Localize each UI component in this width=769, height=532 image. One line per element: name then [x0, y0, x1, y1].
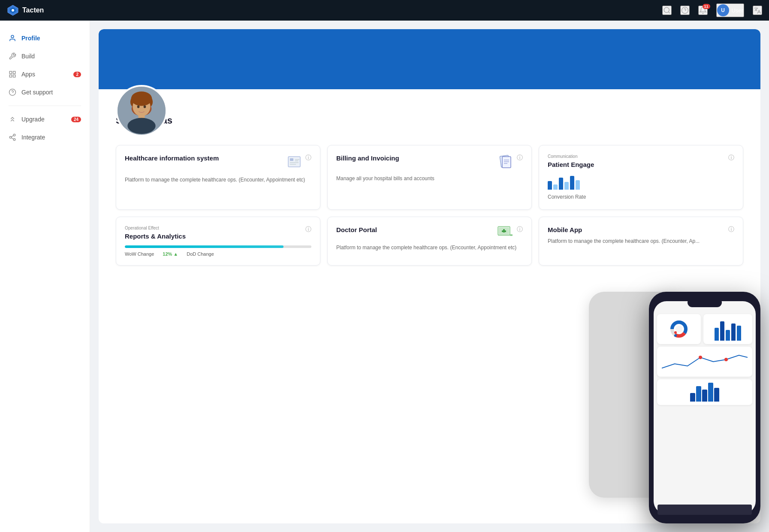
- svg-rect-10: [13, 75, 15, 77]
- build-icon: [9, 52, 16, 60]
- reports-category: Operational Effect: [125, 226, 186, 230]
- upgrade-icon: [9, 115, 16, 123]
- patient-engage-title-wrap: Communication Patient Engage: [548, 154, 594, 169]
- svg-rect-8: [9, 71, 12, 73]
- healthcare-title-wrap: Healthcare information system: [125, 154, 219, 163]
- svg-rect-11: [9, 75, 12, 77]
- sidebar-item-apps[interactable]: Apps 2: [0, 65, 90, 83]
- mobile-app-title: Mobile App: [548, 226, 582, 234]
- patient-engage-info-icon[interactable]: ⓘ: [728, 154, 734, 162]
- logo-icon: [7, 4, 19, 16]
- sidebar-label-support: Get support: [21, 89, 53, 96]
- billing-info-icon[interactable]: ⓘ: [517, 154, 523, 162]
- app-card-healthcare[interactable]: Healthcare information system: [116, 145, 320, 210]
- billing-title: Billing and Invoicing: [336, 154, 399, 163]
- svg-rect-28: [288, 157, 300, 167]
- patient-engage-chart: [548, 172, 734, 190]
- billing-desc: Manage all your hospital bills and accou…: [336, 175, 523, 182]
- mobile-app-header: Mobile App ⓘ: [548, 226, 734, 234]
- profile-section: Sara thomas: [99, 115, 760, 135]
- sidebar-item-integrate[interactable]: Integrate: [0, 128, 90, 146]
- svg-point-14: [13, 134, 15, 136]
- white-panel: Sara thomas Healthcare information syste…: [99, 29, 760, 523]
- wow-change-value: 12% ▲: [163, 251, 178, 257]
- svg-rect-44: [502, 230, 506, 232]
- doctor-portal-info-icon[interactable]: ⓘ: [517, 226, 523, 233]
- user-label: User: [732, 7, 743, 14]
- apps-badge: 2: [73, 72, 81, 77]
- mobile-app-title-wrap: Mobile App: [548, 226, 582, 234]
- reports-progress-fill: [125, 245, 283, 248]
- billing-title-wrap: Billing and Invoicing: [336, 154, 399, 163]
- svg-rect-9: [13, 71, 15, 73]
- healthcare-info-icon[interactable]: ⓘ: [305, 154, 311, 162]
- search-button[interactable]: [662, 6, 672, 15]
- sidebar: Profile Build Apps 2 Get support: [0, 21, 90, 532]
- bar-2: [553, 184, 558, 190]
- svg-point-25: [127, 118, 155, 134]
- apps-grid: Healthcare information system: [99, 135, 760, 276]
- doctor-portal-desc: Platform to manage the complete healthca…: [336, 244, 523, 251]
- doctor-portal-icon: [497, 226, 513, 240]
- patient-engage-title: Patient Engage: [548, 160, 594, 169]
- doctor-portal-title-wrap: Doctor Portal: [336, 226, 377, 234]
- patient-engage-conversion: Conversion Rate: [548, 193, 734, 201]
- billing-icon: [498, 154, 513, 171]
- avatar: [116, 85, 167, 136]
- avatar-image: [118, 85, 166, 136]
- svg-point-26: [137, 105, 140, 108]
- notification-button[interactable]: 11: [698, 6, 708, 15]
- billing-header: Billing and Invoicing: [336, 154, 523, 171]
- reports-title: Reports & Analytics: [125, 232, 186, 241]
- profile-banner: [99, 29, 760, 89]
- bar-4: [564, 182, 569, 190]
- wow-change-label: WoW Change: [125, 251, 154, 257]
- sidebar-divider: [9, 106, 81, 106]
- nav-icons: 11 U User: [662, 3, 762, 17]
- svg-point-16: [13, 139, 15, 141]
- mobile-app-info-icon[interactable]: ⓘ: [728, 226, 734, 233]
- bar-6: [576, 180, 580, 190]
- help-button[interactable]: [680, 6, 690, 15]
- svg-point-7: [11, 35, 14, 38]
- user-avatar-small: U: [717, 4, 729, 16]
- upgrade-badge: 24: [71, 117, 81, 122]
- content-area: Sara thomas Healthcare information syste…: [90, 21, 769, 532]
- profile-name: Sara thomas: [116, 115, 743, 126]
- svg-rect-35: [502, 157, 511, 168]
- user-menu-button[interactable]: U User: [716, 3, 744, 17]
- app-card-mobile-app[interactable]: Mobile App ⓘ Platform to manage the comp…: [539, 217, 743, 266]
- app-card-reports[interactable]: Operational Effect Reports & Analytics ⓘ…: [116, 217, 320, 266]
- healthcare-icon: [286, 154, 302, 172]
- reports-info-icon[interactable]: ⓘ: [305, 226, 311, 233]
- translate-button[interactable]: [753, 6, 762, 15]
- svg-rect-29: [290, 158, 293, 161]
- reports-title-wrap: Operational Effect Reports & Analytics: [125, 226, 186, 241]
- svg-point-15: [9, 136, 12, 139]
- bar-3: [559, 178, 563, 190]
- svg-point-27: [144, 105, 146, 108]
- sidebar-item-profile[interactable]: Profile: [0, 29, 90, 47]
- avatar-container: [116, 85, 167, 136]
- healthcare-title: Healthcare information system: [125, 154, 219, 163]
- healthcare-desc: Platform to manage the complete healthca…: [125, 176, 311, 184]
- sidebar-item-get-support[interactable]: Get support: [0, 83, 90, 101]
- svg-point-3: [664, 7, 669, 12]
- app-card-billing[interactable]: Billing and Invoicing: [327, 145, 532, 210]
- app-card-doctor-portal[interactable]: Doctor Portal: [327, 217, 532, 266]
- sidebar-label-integrate: Integrate: [21, 134, 45, 141]
- reports-header: Operational Effect Reports & Analytics ⓘ: [125, 226, 311, 241]
- doctor-portal-title: Doctor Portal: [336, 226, 377, 234]
- svg-line-17: [11, 138, 13, 139]
- support-icon: [9, 88, 16, 96]
- reports-stats: WoW Change 12% ▲ DoD Change: [125, 251, 311, 257]
- sidebar-item-upgrade[interactable]: Upgrade 24: [0, 110, 90, 128]
- svg-line-4: [668, 12, 669, 13]
- sidebar-item-build[interactable]: Build: [0, 47, 90, 65]
- integrate-icon: [9, 133, 16, 141]
- sidebar-label-upgrade: Upgrade: [21, 116, 45, 123]
- app-card-patient-engage[interactable]: Communication Patient Engage ⓘ Conversio: [539, 145, 743, 210]
- reports-progress-bar: [125, 245, 311, 248]
- healthcare-header: Healthcare information system: [125, 154, 311, 172]
- doctor-portal-header: Doctor Portal: [336, 226, 523, 240]
